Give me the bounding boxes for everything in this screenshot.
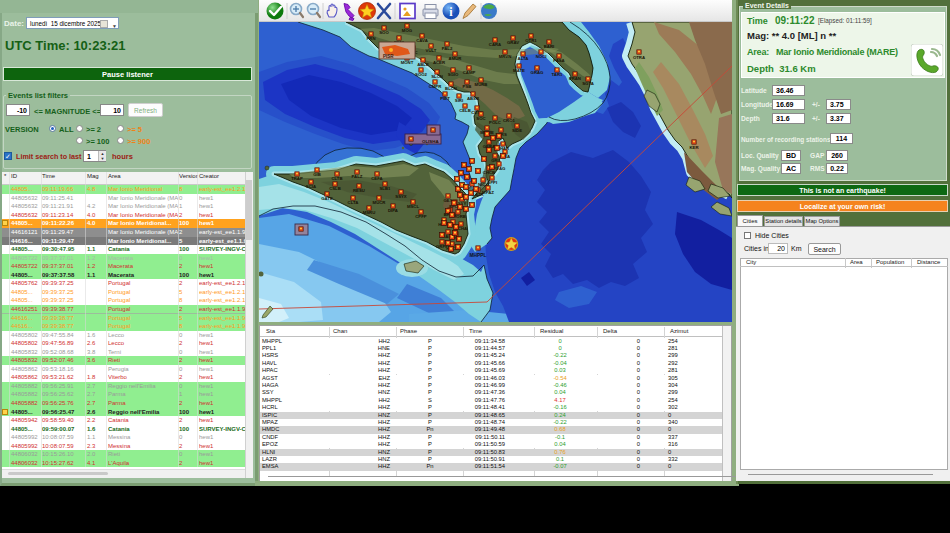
svg-text:CLTB: CLTB (331, 176, 342, 181)
svg-text:MATE: MATE (513, 68, 525, 73)
svg-text:SGIO: SGIO (448, 72, 459, 77)
svg-text:PALZ: PALZ (352, 174, 363, 179)
svg-text:CMPR: CMPR (429, 84, 443, 89)
svg-text:PIET: PIET (440, 96, 450, 101)
svg-text:CSLB: CSLB (329, 186, 341, 191)
svg-text:TAR1: TAR1 (552, 72, 564, 77)
svg-text:GRAG: GRAG (531, 70, 545, 75)
svg-text:SCIA: SCIA (306, 184, 316, 189)
svg-text:CAMP: CAMP (463, 70, 476, 75)
svg-text:CAVA: CAVA (416, 38, 428, 43)
svg-text:SOO: SOO (379, 30, 389, 35)
svg-text:FASA: FASA (553, 58, 564, 63)
svg-text:BLCN: BLCN (445, 86, 457, 91)
svg-text:OTR1: OTR1 (525, 38, 537, 43)
svg-text:CARA: CARA (489, 42, 501, 47)
svg-text:NOCI: NOCI (536, 54, 547, 59)
svg-text:SOO2: SOO2 (415, 72, 428, 77)
svg-text:MRVN: MRVN (499, 54, 512, 59)
svg-text:OLISHA: OLISHA (422, 139, 439, 144)
svg-text:OPPI: OPPI (487, 180, 497, 185)
svg-text:MUCR: MUCR (373, 200, 387, 205)
svg-text:VULT: VULT (426, 48, 437, 53)
svg-text:ABLE: ABLE (417, 62, 429, 67)
svg-text:SLB1: SLB1 (380, 186, 392, 191)
svg-text:PISR: PISR (383, 54, 394, 59)
svg-text:MSCL: MSCL (407, 204, 420, 209)
svg-text:SIRI: SIRI (455, 98, 463, 103)
svg-text:SSYX: SSYX (395, 194, 407, 199)
svg-text:CPFP: CPFP (415, 214, 427, 219)
svg-text:MSRU: MSRU (363, 210, 376, 215)
svg-text:GRAV: GRAV (507, 40, 519, 45)
svg-text:MURB: MURB (475, 82, 488, 87)
svg-text:CEFA: CEFA (371, 176, 382, 181)
svg-text:CLTA: CLTA (348, 200, 359, 205)
svg-text:FRAN: FRAN (569, 76, 581, 81)
svg-text:DIPA: DIPA (388, 208, 398, 213)
svg-text:AMUR: AMUR (449, 56, 463, 61)
svg-text:MPAZ: MPAZ (482, 190, 494, 195)
svg-text:SLCN: SLCN (431, 74, 443, 79)
svg-text:MHPPL: MHPPL (470, 253, 487, 258)
svg-text:PAL2: PAL2 (442, 46, 453, 51)
svg-text:OTRA: OTRA (633, 55, 645, 60)
svg-text:SIDE: SIDE (512, 128, 522, 133)
svg-text:MONT: MONT (401, 60, 414, 65)
svg-text:RESU: RESU (353, 188, 365, 193)
svg-text:GATE: GATE (321, 196, 333, 201)
svg-text:PRN: PRN (366, 36, 375, 41)
svg-text:ACER: ACER (433, 60, 446, 65)
svg-text:GIB: GIB (313, 172, 321, 177)
svg-text:POLC: POLC (489, 120, 501, 125)
svg-text:ALTA: ALTA (518, 56, 529, 61)
svg-text:TRAP: TRAP (291, 176, 303, 181)
svg-text:BARI: BARI (544, 44, 555, 49)
svg-text:PSB: PSB (463, 84, 472, 89)
svg-text:CELB: CELB (459, 108, 471, 113)
svg-text:SOC: SOC (476, 116, 485, 121)
svg-text:KER: KER (689, 145, 699, 150)
svg-text:MOG: MOG (402, 28, 413, 33)
svg-text:SGTA: SGTA (582, 81, 594, 86)
svg-text:ABSR: ABSR (467, 96, 480, 101)
svg-text:CRO1: CRO1 (503, 118, 516, 123)
